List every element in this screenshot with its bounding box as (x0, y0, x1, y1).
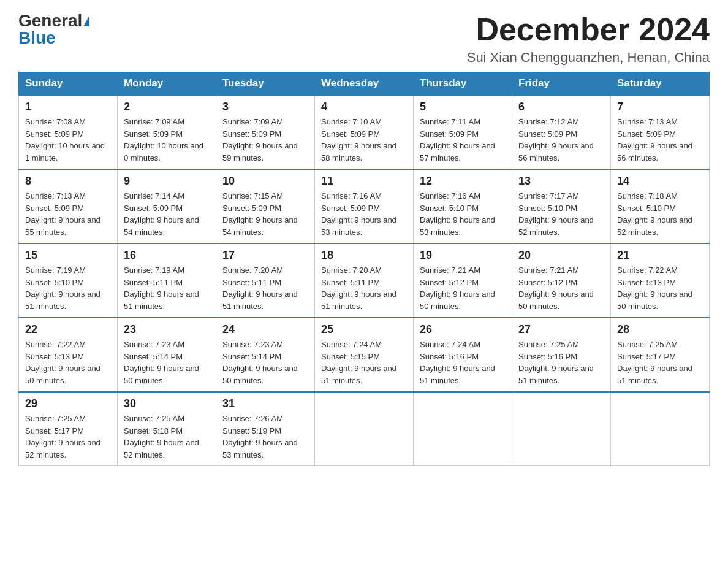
day-info: Sunrise: 7:09 AMSunset: 5:09 PMDaylight:… (124, 117, 203, 163)
day-number: 4 (321, 101, 407, 113)
calendar-cell: 6 Sunrise: 7:12 AMSunset: 5:09 PMDayligh… (512, 95, 611, 169)
day-info: Sunrise: 7:09 AMSunset: 5:09 PMDaylight:… (222, 117, 298, 163)
calendar-cell (315, 392, 414, 466)
weekday-header-wednesday: Wednesday (315, 72, 414, 96)
day-info: Sunrise: 7:25 AMSunset: 5:17 PMDaylight:… (617, 340, 692, 385)
day-info: Sunrise: 7:26 AMSunset: 5:19 PMDaylight:… (222, 414, 298, 459)
day-number: 8 (25, 175, 111, 188)
day-number: 9 (124, 175, 210, 188)
weekday-header-friday: Friday (512, 72, 611, 96)
weekday-header-saturday: Saturday (611, 72, 710, 96)
day-number: 29 (25, 397, 111, 410)
day-info: Sunrise: 7:16 AMSunset: 5:10 PMDaylight:… (420, 191, 495, 237)
day-info: Sunrise: 7:21 AMSunset: 5:12 PMDaylight:… (518, 266, 594, 311)
page-header: General Blue December 2024 Sui Xian Chen… (18, 12, 710, 66)
calendar-cell: 2 Sunrise: 7:09 AMSunset: 5:09 PMDayligh… (118, 95, 216, 169)
calendar-week-row: 8 Sunrise: 7:13 AMSunset: 5:09 PMDayligh… (19, 169, 710, 243)
day-info: Sunrise: 7:21 AMSunset: 5:12 PMDaylight:… (420, 266, 495, 311)
weekday-header-row: SundayMondayTuesdayWednesdayThursdayFrid… (19, 72, 710, 96)
calendar-cell: 10 Sunrise: 7:15 AMSunset: 5:09 PMDaylig… (216, 169, 315, 243)
calendar-week-row: 22 Sunrise: 7:22 AMSunset: 5:13 PMDaylig… (19, 318, 710, 392)
day-number: 3 (222, 101, 308, 113)
day-info: Sunrise: 7:22 AMSunset: 5:13 PMDaylight:… (25, 340, 100, 385)
day-number: 7 (617, 101, 703, 113)
day-info: Sunrise: 7:14 AMSunset: 5:09 PMDaylight:… (124, 191, 199, 237)
calendar-cell: 18 Sunrise: 7:20 AMSunset: 5:11 PMDaylig… (315, 243, 414, 318)
day-number: 17 (222, 249, 308, 262)
day-number: 19 (420, 249, 506, 262)
day-info: Sunrise: 7:15 AMSunset: 5:09 PMDaylight:… (222, 191, 298, 237)
day-info: Sunrise: 7:25 AMSunset: 5:16 PMDaylight:… (518, 340, 594, 385)
location-subtitle: Sui Xian Chengguanzhen, Henan, China (467, 50, 710, 66)
day-number: 14 (617, 175, 703, 188)
day-number: 2 (124, 101, 210, 113)
day-info: Sunrise: 7:13 AMSunset: 5:09 PMDaylight:… (617, 117, 692, 163)
calendar-cell: 4 Sunrise: 7:10 AMSunset: 5:09 PMDayligh… (315, 95, 414, 169)
calendar-cell: 9 Sunrise: 7:14 AMSunset: 5:09 PMDayligh… (118, 169, 216, 243)
calendar-cell: 21 Sunrise: 7:22 AMSunset: 5:13 PMDaylig… (611, 243, 710, 318)
calendar-cell: 24 Sunrise: 7:23 AMSunset: 5:14 PMDaylig… (216, 318, 315, 392)
day-number: 20 (518, 249, 604, 262)
calendar-cell: 26 Sunrise: 7:24 AMSunset: 5:16 PMDaylig… (414, 318, 512, 392)
logo-triangle-icon (83, 15, 89, 26)
calendar-cell: 3 Sunrise: 7:09 AMSunset: 5:09 PMDayligh… (216, 95, 315, 169)
calendar-table: SundayMondayTuesdayWednesdayThursdayFrid… (18, 72, 710, 466)
calendar-cell: 16 Sunrise: 7:19 AMSunset: 5:11 PMDaylig… (118, 243, 216, 318)
day-number: 24 (222, 323, 308, 336)
calendar-cell (512, 392, 611, 466)
day-number: 1 (25, 101, 111, 113)
day-number: 21 (617, 249, 703, 262)
calendar-cell: 19 Sunrise: 7:21 AMSunset: 5:12 PMDaylig… (414, 243, 512, 318)
day-number: 10 (222, 175, 308, 188)
month-title: December 2024 (467, 12, 710, 47)
day-info: Sunrise: 7:16 AMSunset: 5:09 PMDaylight:… (321, 191, 396, 237)
day-info: Sunrise: 7:24 AMSunset: 5:15 PMDaylight:… (321, 340, 396, 385)
calendar-cell: 14 Sunrise: 7:18 AMSunset: 5:10 PMDaylig… (611, 169, 710, 243)
day-number: 6 (518, 101, 604, 113)
day-number: 18 (321, 249, 407, 262)
day-number: 23 (124, 323, 210, 336)
calendar-cell: 22 Sunrise: 7:22 AMSunset: 5:13 PMDaylig… (19, 318, 118, 392)
day-number: 27 (518, 323, 604, 336)
calendar-cell: 23 Sunrise: 7:23 AMSunset: 5:14 PMDaylig… (118, 318, 216, 392)
day-info: Sunrise: 7:19 AMSunset: 5:11 PMDaylight:… (124, 266, 199, 311)
day-info: Sunrise: 7:13 AMSunset: 5:09 PMDaylight:… (25, 191, 100, 237)
calendar-cell: 12 Sunrise: 7:16 AMSunset: 5:10 PMDaylig… (414, 169, 512, 243)
day-info: Sunrise: 7:20 AMSunset: 5:11 PMDaylight:… (321, 266, 396, 311)
day-number: 25 (321, 323, 407, 336)
day-info: Sunrise: 7:08 AMSunset: 5:09 PMDaylight:… (25, 117, 105, 163)
calendar-cell: 5 Sunrise: 7:11 AMSunset: 5:09 PMDayligh… (414, 95, 512, 169)
day-info: Sunrise: 7:25 AMSunset: 5:17 PMDaylight:… (25, 414, 100, 459)
calendar-week-row: 1 Sunrise: 7:08 AMSunset: 5:09 PMDayligh… (19, 95, 710, 169)
calendar-week-row: 29 Sunrise: 7:25 AMSunset: 5:17 PMDaylig… (19, 392, 710, 466)
calendar-cell (611, 392, 710, 466)
day-number: 30 (124, 397, 210, 410)
calendar-cell: 15 Sunrise: 7:19 AMSunset: 5:10 PMDaylig… (19, 243, 118, 318)
logo: General Blue (18, 12, 89, 47)
day-info: Sunrise: 7:19 AMSunset: 5:10 PMDaylight:… (25, 266, 100, 311)
calendar-cell: 11 Sunrise: 7:16 AMSunset: 5:09 PMDaylig… (315, 169, 414, 243)
day-info: Sunrise: 7:10 AMSunset: 5:09 PMDaylight:… (321, 117, 396, 163)
calendar-cell: 13 Sunrise: 7:17 AMSunset: 5:10 PMDaylig… (512, 169, 611, 243)
weekday-header-monday: Monday (118, 72, 216, 96)
day-number: 15 (25, 249, 111, 262)
calendar-cell: 20 Sunrise: 7:21 AMSunset: 5:12 PMDaylig… (512, 243, 611, 318)
calendar-cell: 30 Sunrise: 7:25 AMSunset: 5:18 PMDaylig… (118, 392, 216, 466)
day-info: Sunrise: 7:20 AMSunset: 5:11 PMDaylight:… (222, 266, 298, 311)
weekday-header-thursday: Thursday (414, 72, 512, 96)
day-number: 22 (25, 323, 111, 336)
day-number: 31 (222, 397, 308, 410)
day-info: Sunrise: 7:23 AMSunset: 5:14 PMDaylight:… (124, 340, 199, 385)
calendar-cell (414, 392, 512, 466)
day-number: 26 (420, 323, 506, 336)
day-info: Sunrise: 7:12 AMSunset: 5:09 PMDaylight:… (518, 117, 594, 163)
calendar-week-row: 15 Sunrise: 7:19 AMSunset: 5:10 PMDaylig… (19, 243, 710, 318)
day-info: Sunrise: 7:11 AMSunset: 5:09 PMDaylight:… (420, 117, 495, 163)
calendar-cell: 27 Sunrise: 7:25 AMSunset: 5:16 PMDaylig… (512, 318, 611, 392)
calendar-cell: 31 Sunrise: 7:26 AMSunset: 5:19 PMDaylig… (216, 392, 315, 466)
day-info: Sunrise: 7:24 AMSunset: 5:16 PMDaylight:… (420, 340, 495, 385)
weekday-header-sunday: Sunday (19, 72, 118, 96)
weekday-header-tuesday: Tuesday (216, 72, 315, 96)
day-number: 16 (124, 249, 210, 262)
logo-general-text: General (18, 12, 82, 29)
